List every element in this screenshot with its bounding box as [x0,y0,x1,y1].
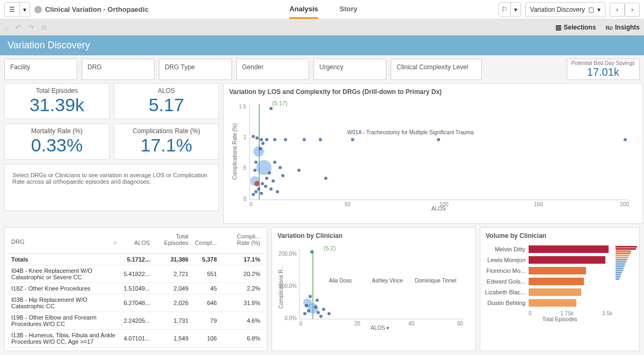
svg-point-42 [273,138,276,141]
svg-point-41 [265,138,268,141]
bar-row[interactable]: Lizabeth Blac... [484,287,612,298]
back-icon[interactable]: ↶ [15,23,21,32]
table-row[interactable]: I18Z - Other Knee Procedures1.51049...2,… [8,283,264,294]
clear-selections-icon[interactable]: ⊘ [41,23,47,32]
main-area: Total Episodes 31.39k ALOS 5.17 Mortalit… [0,83,644,227]
svg-point-78 [305,304,308,307]
svg-point-73 [314,306,317,309]
filter-gender[interactable]: Gender [236,59,309,80]
bar-label: Florencio Mo... [484,267,525,274]
scatter-los-svg: ALOS Complications Rate (%) 0 50 100 150… [229,98,637,221]
svg-point-43 [284,138,287,141]
bar-track [529,256,612,264]
bar-row[interactable]: Melvin Ditty [484,244,612,255]
bar-row[interactable]: Edward Gols... [484,276,612,287]
bar-label: Melvin Ditty [484,246,525,252]
bookmark-dropdown-button[interactable]: ▾ [511,3,521,17]
search-icon[interactable]: ⌕ [113,238,117,246]
kpi-potential-value: 17.01k [572,66,635,78]
svg-point-45 [319,138,322,141]
bar-track [529,245,612,253]
svg-text:0: 0 [243,196,246,202]
filter-drg-type[interactable]: DRG Type [159,59,232,80]
svg-point-37 [281,174,284,177]
kpi-total-episodes[interactable]: Total Episodes 31.39k [4,83,109,119]
sheet-icon: ▢ [588,6,594,13]
th-alos[interactable]: ALOS [120,231,153,254]
insights-button[interactable]: ıı⌕Insights [605,24,640,31]
bar-fill [529,256,605,264]
next-sheet-button[interactable]: › [625,3,640,17]
chart-volume-clinician[interactable]: Volume by Clinician Melvin DittyLewis Mo… [480,227,640,351]
filter-facility[interactable]: Facility [4,59,77,80]
th-rate[interactable]: Compli... Rate (%) [220,231,264,254]
bar-track [529,299,612,307]
kpi-mortality[interactable]: Mortality Rate (%) 0.33% [4,124,109,160]
help-note: Select DRGs or Clinicians to see variati… [4,164,219,211]
selections-button[interactable]: ▥Selections [555,24,596,31]
svg-point-33 [259,147,262,150]
kpi-column: Total Episodes 31.39k ALOS 5.17 Mortalit… [4,83,219,224]
svg-point-38 [252,135,255,138]
svg-point-32 [254,161,258,164]
nav-arrows: ‹ › [610,3,640,17]
svg-point-36 [279,166,282,169]
chevron-down-icon: ▾ [597,6,601,13]
drg-table-panel[interactable]: DRG⌕ ALOS Total Episodes Compl... Compli… [4,227,267,351]
menu-group: ☰ ▾ [4,2,30,17]
svg-text:150: 150 [534,201,543,207]
svg-text:W01A - Tracheostomy for Multip: W01A - Tracheostomy for Multiple Signifi… [347,129,474,135]
table-row[interactable]: I13B - Humerus, Tibia, Fibula and Ankle … [8,330,264,347]
svg-point-35 [253,169,257,172]
table-row[interactable]: I03B - Hip Replacement W/O Catastrophic … [8,294,264,312]
tab-analysis[interactable]: Analysis [289,0,318,19]
tab-story[interactable]: Story [340,0,357,19]
filter-complexity[interactable]: Clinical Complexity Level [391,59,482,80]
svg-text:200: 200 [620,201,629,207]
bookmark-group: ⚐ ▾ [499,2,521,17]
svg-text:(5.17): (5.17) [272,100,288,106]
svg-point-77 [309,295,312,298]
svg-point-29 [272,179,275,183]
svg-point-50 [297,169,301,172]
selections-icon: ▥ [555,24,561,31]
svg-text:0: 0 [250,201,253,207]
menu-dropdown-button[interactable]: ▾ [20,3,30,17]
table-row[interactable]: I19B - Other Elbow and Forearm Procedure… [8,312,264,330]
kpi-alos[interactable]: ALOS 5.17 [114,83,219,119]
svg-point-51 [324,177,327,180]
th-episodes[interactable]: Total Episodes [153,231,192,254]
bookmark-button[interactable]: ⚐ [499,3,511,17]
svg-point-48 [624,138,627,141]
bar-row[interactable]: Florencio Mo... [484,265,612,276]
kpi-complications[interactable]: Complications Rate (%) 17.1% [114,124,219,160]
bar-row[interactable]: Lewis Morejon [484,255,612,265]
top-bar: ☰ ▾ Clinical Variation - Orthopaedic Ana… [0,0,644,19]
svg-text:40: 40 [408,321,415,327]
svg-text:0.0%: 0.0% [284,315,297,321]
chart-variation-clinician[interactable]: Variation by Clinician ALOS ▾ Complicati… [272,227,475,351]
forward-icon[interactable]: ↷ [28,23,34,32]
table-row[interactable]: I04B - Knee Replacement W/O Catastrophic… [8,265,264,283]
svg-point-76 [322,308,325,311]
sheet-dropdown[interactable]: Variation Discovery ▢ ▾ [525,2,605,17]
svg-point-44 [303,138,306,141]
svg-point-40 [260,138,263,141]
filter-drg[interactable]: DRG [82,59,155,80]
chevron-right-icon: › [631,6,633,13]
filter-urgency[interactable]: Urgency [313,59,386,80]
prev-sheet-button[interactable]: ‹ [610,3,625,17]
svg-text:200.0%: 200.0% [279,251,297,257]
th-compl[interactable]: Compl... [192,231,220,254]
app-icon [34,6,42,13]
svg-text:.5: .5 [242,165,247,171]
chart-variation-los[interactable]: Variation by LOS and Complexity for DRGs… [223,83,643,224]
svg-point-26 [265,177,268,180]
bar-row[interactable]: Dustin Behling [484,298,612,308]
smart-search-icon[interactable]: ⌕ [4,23,9,32]
hamburger-button[interactable]: ☰ [5,3,20,17]
drg-table: DRG⌕ ALOS Total Episodes Compl... Compli… [8,231,264,347]
svg-point-21 [254,190,258,193]
insights-icon: ıı⌕ [605,24,613,31]
svg-text:ALOS ▾: ALOS ▾ [371,325,389,331]
